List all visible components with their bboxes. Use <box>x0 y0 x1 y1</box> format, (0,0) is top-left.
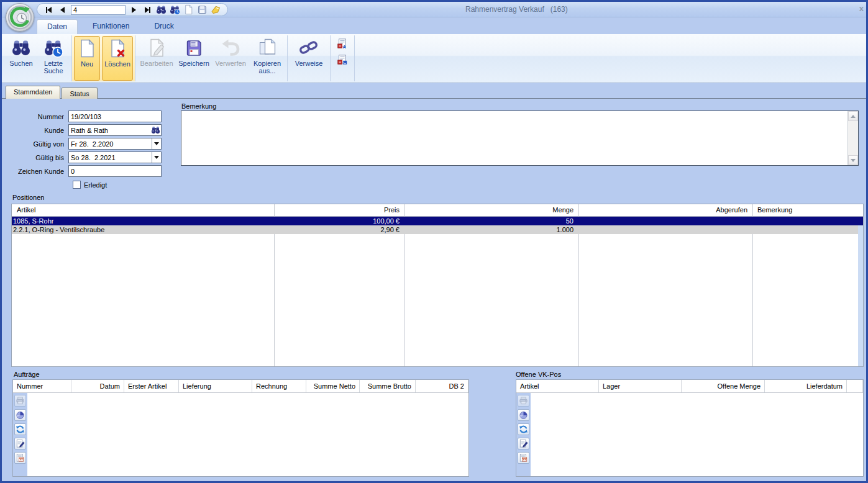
speichern-button[interactable]: Speichern <box>176 36 212 81</box>
last-search-button-small[interactable] <box>170 4 180 15</box>
chevron-up-icon <box>851 115 856 118</box>
table-row[interactable]: 2.2.1, O-Ring - Ventilschraube 2,90 € 1.… <box>12 225 858 234</box>
gueltig-von-dropdown-button[interactable] <box>152 138 161 149</box>
column-header-bemerkung[interactable]: Bemerkung <box>752 204 863 216</box>
gueltig-von-input[interactable] <box>69 140 152 148</box>
column-header-lieferung[interactable]: Lieferung <box>179 380 252 392</box>
column-header-lieferdatum[interactable]: Lieferdatum <box>765 380 847 392</box>
neu-button[interactable]: Neu <box>74 36 100 81</box>
column-header-datum[interactable]: Datum <box>71 380 124 392</box>
bemerkung-label: Bemerkung <box>181 102 216 110</box>
doc-transfer-a-icon <box>337 38 348 49</box>
suchen-button[interactable]: Suchen <box>5 36 37 81</box>
edit-row-button[interactable] <box>14 438 26 449</box>
previous-record-button[interactable] <box>57 4 68 15</box>
refresh-button[interactable] <box>14 423 26 435</box>
tab-druck[interactable]: Druck <box>144 19 183 34</box>
window-title: Rahmenvertrag Verkauf (163) <box>465 5 568 14</box>
copy-with-date-button[interactable] <box>14 452 26 464</box>
form-row-kunde: Kunde <box>4 124 162 136</box>
column-header-lager[interactable]: Lager <box>599 380 682 392</box>
notes-button-small[interactable] <box>211 4 221 15</box>
gueltig-bis-input[interactable] <box>69 154 152 161</box>
kopieren-aus-button[interactable]: Kopieren aus... <box>249 36 285 81</box>
bearbeiten-button: Bearbeiten <box>137 36 176 81</box>
column-header-offene-menge[interactable]: Offene Menge <box>682 380 765 392</box>
positionen-label: Positionen <box>12 194 44 201</box>
save-button-small[interactable] <box>197 4 208 15</box>
column-header-summe-netto[interactable]: Summe Netto <box>306 380 360 392</box>
doc-transfer-a-button[interactable] <box>336 37 349 50</box>
doc-transfer-l-button[interactable] <box>336 53 349 66</box>
zeichen-kunde-label: Zeichen Kunde <box>4 168 68 175</box>
erledigt-checkbox[interactable] <box>73 181 81 189</box>
copy-pages-icon <box>257 38 277 58</box>
tab-stammdaten[interactable]: Stammdaten <box>6 86 60 99</box>
column-header-preis[interactable]: Preis <box>274 204 404 216</box>
last-record-button[interactable] <box>142 4 153 15</box>
verweise-button[interactable]: Verweise <box>290 36 328 81</box>
column-header-nummer[interactable]: Nummer <box>13 380 71 392</box>
new-button-small[interactable] <box>183 4 194 15</box>
print-button[interactable] <box>518 395 529 407</box>
search-button-small[interactable] <box>156 4 167 15</box>
zeichen-kunde-input[interactable] <box>68 165 162 177</box>
tab-status[interactable]: Status <box>62 88 97 99</box>
first-record-icon <box>47 7 52 13</box>
gueltig-bis-dropdown-button[interactable] <box>152 152 161 163</box>
nummer-input[interactable] <box>68 111 162 122</box>
offene-vk-pos-table: Artikel Lager Offene Menge Lieferdatum <box>516 379 864 477</box>
offene-vk-pos-header: Artikel Lager Offene Menge Lieferdatum <box>516 380 863 393</box>
column-header-db2[interactable]: DB 2 <box>416 380 468 392</box>
bemerkung-textarea[interactable] <box>181 111 847 165</box>
ribbon: Suchen Letzte Suche Neu Löschen <box>2 34 866 83</box>
column-header-menge[interactable]: Menge <box>404 204 578 216</box>
letzte-suche-button[interactable]: Letzte Suche <box>37 36 70 81</box>
positionen-scroll-strip[interactable] <box>858 217 863 366</box>
cell-artikel: 2.2.1, O-Ring - Ventilschraube <box>12 225 274 234</box>
edit-page-icon <box>147 38 167 58</box>
loeschen-button[interactable]: Löschen <box>102 36 133 81</box>
kunde-input[interactable] <box>69 127 151 134</box>
copy-with-date-button[interactable] <box>518 452 529 464</box>
first-record-button[interactable] <box>43 4 54 15</box>
save-icon <box>197 4 208 15</box>
print-button[interactable] <box>14 395 26 407</box>
edit-row-button[interactable] <box>518 438 529 449</box>
column-header-artikel[interactable]: Artikel <box>516 380 599 392</box>
statistics-button[interactable] <box>518 409 529 421</box>
binoculars-icon[interactable] <box>151 125 160 135</box>
column-header-erster-artikel[interactable]: Erster Artikel <box>124 380 179 392</box>
ribbon-group-links: Verweise <box>288 35 331 81</box>
column-header-summe-brutto[interactable]: Summe Brutto <box>360 380 416 392</box>
undo-arrow-icon <box>221 38 240 58</box>
offene-vk-pos-toolbar <box>516 393 531 476</box>
scroll-up-button[interactable] <box>848 111 858 121</box>
column-header-rechnung[interactable]: Rechnung <box>252 380 306 392</box>
column-header-artikel[interactable]: Artikel <box>12 204 274 216</box>
tab-funktionen[interactable]: Funktionen <box>83 19 139 34</box>
statistics-button[interactable] <box>14 409 26 421</box>
tab-daten[interactable]: Daten <box>37 19 78 34</box>
scroll-down-button[interactable] <box>848 155 858 165</box>
record-number-input[interactable] <box>71 5 126 15</box>
next-record-icon <box>132 7 136 13</box>
cell-preis: 100,00 € <box>274 217 404 225</box>
gueltig-bis-field <box>68 151 162 163</box>
refresh-button[interactable] <box>518 423 529 435</box>
scroll-thumb <box>858 217 863 225</box>
cell-menge: 1.000 <box>404 225 578 234</box>
chevron-down-icon <box>154 142 159 145</box>
bemerkung-scrollbar[interactable] <box>847 111 858 165</box>
table-row-selected[interactable]: 1085, S-Rohr 100,00 € 50 <box>12 217 858 225</box>
column-header-abgerufen[interactable]: Abgerufen <box>578 204 752 216</box>
next-record-button[interactable] <box>129 4 139 15</box>
offene-vk-pos-rows-area <box>531 393 863 476</box>
floppy-disk-icon <box>184 38 204 58</box>
close-button[interactable]: x <box>857 4 866 13</box>
window-body: Rahmenvertrag Verkauf (163) x Daten Funk… <box>2 2 866 481</box>
binoculars-history-icon <box>43 38 63 58</box>
ribbon-group-record: Neu Löschen <box>72 35 135 81</box>
ribbon-tab-bar: Daten Funktionen Druck <box>37 17 184 34</box>
application-menu-button[interactable] <box>6 3 34 32</box>
